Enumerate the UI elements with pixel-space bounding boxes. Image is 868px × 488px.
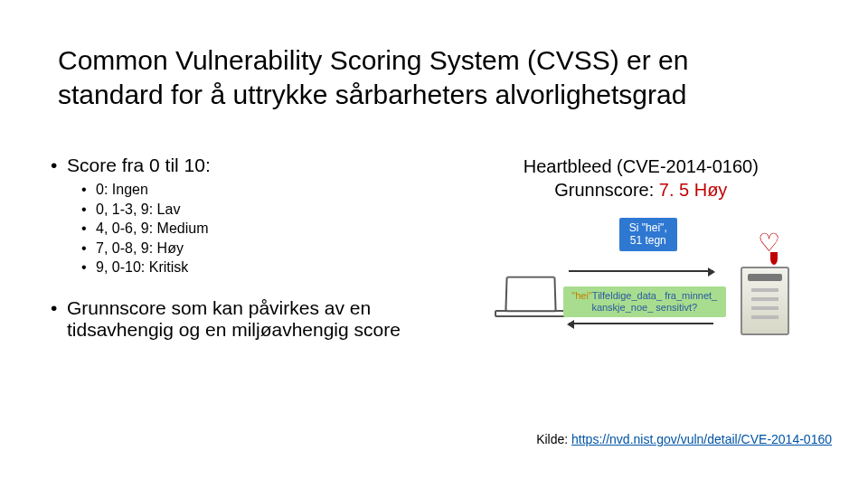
response-leak: Tilfeldige_data_ fra_minnet_ kanskje_noe… bbox=[591, 290, 717, 313]
content-row: Score fra 0 til 10: 0: Ingen 0, 1-3, 9: … bbox=[58, 155, 810, 350]
score-item: 0, 1-3, 9: Lav bbox=[96, 200, 454, 220]
source-label: Kilde: bbox=[536, 432, 571, 446]
source-link[interactable]: https://nvd.nist.gov/vuln/detail/CVE-201… bbox=[571, 432, 832, 446]
response-hei: "hei" bbox=[571, 290, 592, 301]
heartbleed-cve: Heartbleed (CVE-2014-0160) bbox=[524, 156, 759, 176]
score-item: 4, 0-6, 9: Medium bbox=[96, 219, 454, 239]
source-citation: Kilde: https://nvd.nist.gov/vuln/detail/… bbox=[536, 432, 832, 446]
request-arrow-icon bbox=[569, 270, 713, 272]
score-item: 9, 0-10: Kritisk bbox=[96, 258, 454, 277]
heartbleed-drop-icon bbox=[770, 252, 778, 265]
response-arrow-icon bbox=[569, 323, 713, 324]
response-bubble: "hei"Tilfeldige_data_ fra_minnet_ kanskj… bbox=[563, 286, 726, 317]
grunnscore-text: Grunnscore som kan påvirkes av en tidsav… bbox=[58, 297, 447, 341]
heartbleed-score-label: Grunnscore: bbox=[554, 180, 654, 200]
score-item: 0: Ingen bbox=[96, 180, 454, 200]
score-list: 0: Ingen 0, 1-3, 9: Lav 4, 0-6, 9: Mediu… bbox=[58, 180, 454, 277]
score-item: 7, 0-8, 9: Høy bbox=[96, 239, 454, 258]
heartbleed-title: Heartbleed (CVE-2014-0160) Grunnscore: 7… bbox=[524, 155, 759, 202]
laptop-icon bbox=[495, 276, 567, 323]
heartbleed-score-value: 7. 5 Høy bbox=[659, 180, 728, 200]
heartbleed-diagram: ♡ Si "hei", 51 tegn "hei"Tilfeldige_data… bbox=[487, 214, 795, 350]
right-column: Heartbleed (CVE-2014-0160) Grunnscore: 7… bbox=[472, 155, 810, 350]
score-heading: Score fra 0 til 10: bbox=[58, 155, 454, 176]
slide-title: Common Vulnerability Scoring System (CVS… bbox=[58, 43, 763, 111]
request-bubble: Si "hei", 51 tegn bbox=[619, 218, 677, 251]
slide: Common Vulnerability Scoring System (CVS… bbox=[0, 0, 868, 350]
server-icon bbox=[741, 267, 789, 335]
left-column: Score fra 0 til 10: 0: Ingen 0, 1-3, 9: … bbox=[58, 155, 472, 350]
